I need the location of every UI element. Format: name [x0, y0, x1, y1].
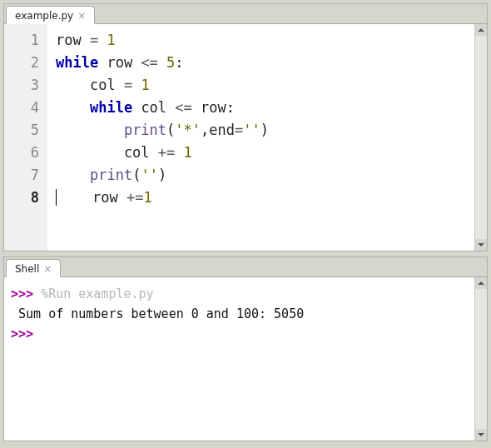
- caret: [56, 189, 57, 206]
- shell-run-command: %Run example.py: [41, 286, 153, 301]
- shell-content: >>> %Run example.py Sum of numbers betwe…: [4, 277, 487, 441]
- code-line: print(''): [56, 164, 469, 187]
- line-number: 1: [4, 29, 39, 52]
- code-line: while col <= row:: [56, 97, 469, 119]
- close-icon[interactable]: ×: [43, 263, 52, 275]
- code-area[interactable]: row = 1while row <= 5: col = 1 while col…: [47, 24, 474, 251]
- shell-panel: Shell × >>> %Run example.py Sum of numbe…: [3, 256, 488, 441]
- line-number: 3: [4, 74, 39, 97]
- line-number: 6: [4, 142, 39, 164]
- shell-tab-label: Shell: [15, 263, 39, 275]
- line-number: 4: [4, 97, 39, 119]
- shell-tabbar: Shell ×: [4, 257, 487, 277]
- code-line: col += 1: [56, 142, 469, 164]
- code-line: while row <= 5:: [56, 52, 469, 74]
- editor-scrollbar[interactable]: [474, 24, 487, 251]
- editor-tab-label: example.py: [15, 10, 73, 22]
- code-line: print('*',end=''): [56, 119, 469, 142]
- shell-result: Sum of numbers between 0 and 100: 5050: [11, 304, 468, 324]
- editor-content: 12345678 row = 1while row <= 5: col = 1 …: [4, 24, 487, 251]
- line-gutter: 12345678: [4, 24, 47, 251]
- editor-tab[interactable]: example.py ×: [6, 6, 95, 24]
- scroll-down-icon[interactable]: [475, 239, 487, 251]
- scroll-up-icon[interactable]: [475, 24, 487, 36]
- line-number: 8: [4, 187, 39, 209]
- editor-tabbar: example.py ×: [4, 4, 487, 24]
- line-number: 2: [4, 52, 39, 74]
- shell-prompt: >>>: [11, 326, 33, 341]
- code-line: col = 1: [56, 74, 469, 97]
- shell-tab[interactable]: Shell ×: [6, 259, 61, 277]
- line-number: 7: [4, 164, 39, 187]
- code-line: row = 1: [56, 29, 469, 52]
- editor-panel: example.py × 12345678 row = 1while row <…: [3, 3, 488, 251]
- scroll-up-icon[interactable]: [475, 277, 487, 289]
- shell-scrollbar[interactable]: [474, 277, 487, 441]
- shell-prompt: >>>: [11, 286, 33, 301]
- shell-output[interactable]: >>> %Run example.py Sum of numbers betwe…: [4, 277, 474, 441]
- close-icon[interactable]: ×: [77, 10, 86, 22]
- scroll-down-icon[interactable]: [475, 429, 487, 441]
- code-line: row +=1: [56, 187, 469, 209]
- line-number: 5: [4, 119, 39, 142]
